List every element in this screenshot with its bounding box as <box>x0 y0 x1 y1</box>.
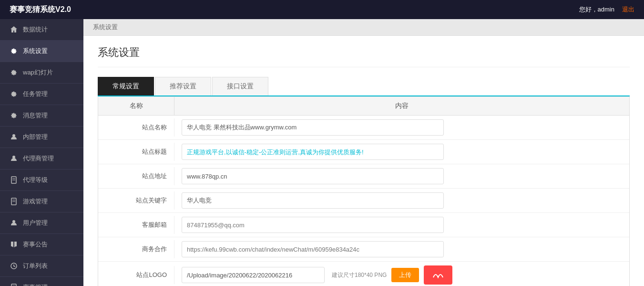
row-site-name: 站点名称 <box>98 116 629 140</box>
app-logo: 赛事竞猜系统V2.0 <box>10 5 71 15</box>
row-business-coop: 商务合作 <box>98 237 629 262</box>
sidebar-item-order-list[interactable]: 订单列表 <box>0 255 83 277</box>
tab-recommend[interactable]: 推荐设置 <box>155 77 211 95</box>
row-site-logo: 站点LOGO 建议尺寸180*40 PNG 上传 <box>98 262 629 286</box>
top-header: 赛事竞猜系统V2.0 您好，admin 退出 <box>0 0 644 19</box>
sidebar-item-task-mgmt[interactable]: 任务管理 <box>0 84 83 105</box>
page-title: 系统设置 <box>98 45 630 67</box>
label-site-name: 站点名称 <box>98 118 174 137</box>
sidebar-item-agent-mgmt[interactable]: 代理商管理 <box>0 148 83 169</box>
sidebar-label-agent-level: 代理等级 <box>23 176 48 184</box>
sidebar-label-agent-mgmt: 代理商管理 <box>23 154 54 163</box>
sidebar-label-system-settings: 系统设置 <box>23 47 48 55</box>
table-header: 名称 内容 <box>98 97 629 116</box>
sidebar-item-wap-slideshow[interactable]: wap幻灯片 <box>0 62 83 84</box>
clock-icon <box>10 262 18 270</box>
gear-icon-3 <box>10 90 18 98</box>
value-site-logo: 建议尺寸180*40 PNG 上传 <box>174 262 629 286</box>
sidebar-label-internal-mgmt: 内部管理 <box>23 133 48 141</box>
sidebar-item-game-mgmt[interactable]: 游戏管理 <box>0 191 83 212</box>
input-site-name[interactable] <box>182 119 444 136</box>
row-site-keywords: 站点关键字 <box>98 189 629 213</box>
content-area: 系统设置 系统设置 常规设置 推荐设置 接口设置 名称 <box>83 19 644 286</box>
sidebar-label-msg-mgmt: 消息管理 <box>23 111 48 120</box>
col-header-content: 内容 <box>174 97 629 115</box>
user-greeting: 您好，admin <box>579 5 614 14</box>
value-service-email <box>174 213 629 237</box>
value-site-title <box>174 140 629 164</box>
sidebar-label-user-mgmt: 用户管理 <box>23 219 48 227</box>
svg-rect-12 <box>11 284 16 286</box>
row-site-url: 站点地址 <box>98 164 629 189</box>
gear-icon-4 <box>10 111 18 120</box>
person-icon-2 <box>10 154 18 163</box>
sidebar-item-agent-level[interactable]: 代理等级 <box>0 169 83 191</box>
sidebar-item-event-notice[interactable]: 赛事公告 <box>0 234 83 255</box>
logo-hint-text: 建议尺寸180*40 PNG <box>332 271 387 279</box>
value-business-coop <box>174 237 629 261</box>
main-layout: 数据统计 系统设置 wap幻灯片 任务管理 消息管理 <box>0 19 644 286</box>
label-site-logo: 站点LOGO <box>98 266 174 284</box>
logo-preview <box>424 265 452 285</box>
tab-api[interactable]: 接口设置 <box>212 77 268 95</box>
input-site-logo-path[interactable] <box>182 267 325 283</box>
sidebar-item-internal-mgmt[interactable]: 内部管理 <box>0 127 83 148</box>
sidebar-label-game-mgmt: 游戏管理 <box>23 197 48 206</box>
sidebar-item-system-settings[interactable]: 系统设置 <box>0 41 83 62</box>
doc-icon-3 <box>10 283 18 286</box>
tabs-container: 常规设置 推荐设置 接口设置 <box>98 77 630 96</box>
sidebar-label-event-notice: 赛事公告 <box>23 240 48 249</box>
person-icon-1 <box>10 133 18 141</box>
input-site-title[interactable] <box>182 144 444 160</box>
row-site-title: 站点标题 <box>98 140 629 164</box>
label-site-keywords: 站点关键字 <box>98 191 174 210</box>
gear-icon-1 <box>10 47 18 55</box>
input-service-email[interactable] <box>182 217 444 233</box>
sidebar-label-order-list: 订单列表 <box>23 262 48 270</box>
sidebar-item-data-stats[interactable]: 数据统计 <box>0 19 83 41</box>
sidebar-item-user-mgmt[interactable]: 用户管理 <box>0 212 83 234</box>
doc-icon-1 <box>10 176 18 184</box>
input-business-coop[interactable] <box>182 241 444 257</box>
home-icon <box>10 25 18 34</box>
label-service-email: 客服邮箱 <box>98 216 174 234</box>
breadcrumb: 系统设置 <box>83 19 644 36</box>
sidebar-item-msg-mgmt[interactable]: 消息管理 <box>0 105 83 127</box>
sidebar-label-event-mgmt: 赛事管理 <box>23 283 48 286</box>
value-site-name <box>174 116 629 139</box>
sidebar-label-wap-slideshow: wap幻灯片 <box>23 68 53 77</box>
doc-icon-2 <box>10 197 18 206</box>
user-info: 您好，admin 退出 <box>579 5 634 14</box>
label-site-title: 站点标题 <box>98 143 174 161</box>
page-content: 系统设置 常规设置 推荐设置 接口设置 名称 内容 <box>83 36 644 286</box>
tab-general[interactable]: 常规设置 <box>98 77 154 95</box>
label-site-url: 站点地址 <box>98 167 174 185</box>
input-site-url[interactable] <box>182 168 444 184</box>
input-site-keywords[interactable] <box>182 192 444 209</box>
col-header-name: 名称 <box>98 97 174 115</box>
book-icon <box>10 240 18 249</box>
upload-button[interactable]: 上传 <box>391 268 419 282</box>
sidebar-item-event-mgmt[interactable]: 赛事管理 <box>0 277 83 286</box>
row-service-email: 客服邮箱 <box>98 213 629 237</box>
label-business-coop: 商务合作 <box>98 240 174 258</box>
value-site-keywords <box>174 189 629 212</box>
gear-icon-2 <box>10 68 18 77</box>
sidebar-label-task-mgmt: 任务管理 <box>23 90 48 98</box>
settings-table: 名称 内容 站点名称 站点标题 <box>98 96 630 286</box>
value-site-url <box>174 164 629 188</box>
logout-button[interactable]: 退出 <box>622 5 634 14</box>
person-icon-3 <box>10 219 18 227</box>
sidebar: 数据统计 系统设置 wap幻灯片 任务管理 消息管理 <box>0 19 83 286</box>
breadcrumb-text: 系统设置 <box>93 23 118 31</box>
sidebar-label-data-stats: 数据统计 <box>23 25 48 34</box>
